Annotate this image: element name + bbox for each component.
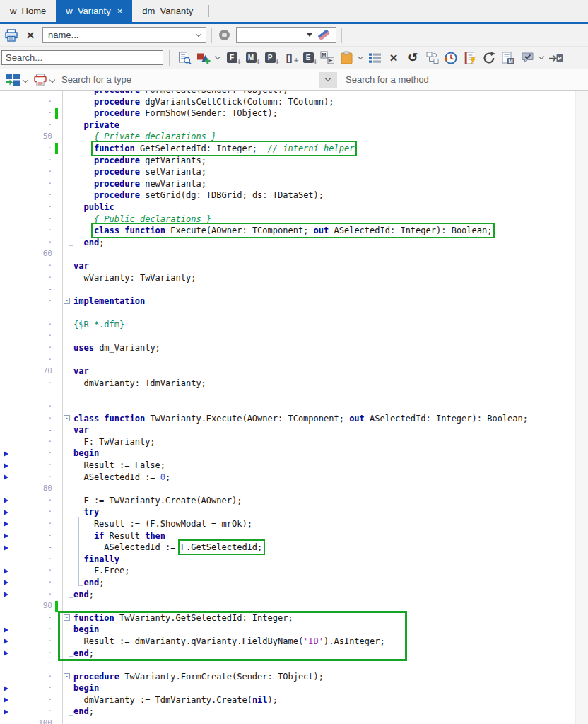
undo-icon[interactable]: ↺	[406, 50, 420, 66]
line-marker[interactable]: ·	[0, 378, 52, 390]
goto-implementation-icon[interactable]: P	[548, 50, 563, 66]
code-line-97[interactable]: ·begin	[0, 682, 588, 694]
line-marker[interactable]: ·	[0, 554, 52, 566]
code-line-55[interactable]: · procedure setGrid(dg: TDBGrid; ds: TDa…	[0, 189, 588, 202]
line-number[interactable]: 100	[0, 718, 52, 724]
code-line-85[interactable]: - ASelectedId := F.GetSelectedId;	[0, 542, 588, 554]
history-icon[interactable]	[444, 50, 458, 66]
code-line-75[interactable]: -var	[0, 424, 588, 436]
line-marker[interactable]: ·	[0, 354, 52, 366]
line-marker[interactable]: ·	[0, 90, 52, 96]
code-line-84[interactable]: · if Result then	[0, 530, 588, 542]
line-marker[interactable]: -	[0, 284, 52, 296]
code-line-70[interactable]: 70var	[0, 366, 588, 378]
code-line-77[interactable]: ·begin	[0, 448, 588, 460]
code-line-98[interactable]: · dmVarianty := TdmVarianty.Create(nil);	[0, 694, 588, 706]
line-marker[interactable]: ·	[0, 671, 52, 683]
code-line-49[interactable]: · private	[0, 119, 588, 132]
code-line-94[interactable]: ·end;	[0, 648, 588, 660]
code-line-62[interactable]: · wVarianty: TwVarianty;	[0, 272, 588, 284]
execution-point-icon[interactable]	[4, 686, 8, 691]
code-line-64[interactable]: ·-implementation	[0, 296, 588, 308]
code-line-100[interactable]: 100	[0, 718, 588, 724]
line-marker[interactable]: -	[0, 424, 52, 436]
close-x-icon[interactable]: ×	[23, 28, 37, 43]
add-field-icon[interactable]: F+	[225, 50, 239, 66]
execution-point-icon[interactable]	[4, 627, 8, 633]
line-marker[interactable]: ·	[0, 96, 52, 108]
add-method-icon[interactable]: M+	[244, 50, 258, 66]
code-line-90[interactable]: 90	[0, 600, 588, 612]
fold-marker[interactable]: -	[64, 614, 70, 621]
fold-marker[interactable]: -	[64, 415, 70, 421]
chevron-down-icon[interactable]	[49, 76, 55, 82]
line-marker[interactable]: -	[0, 389, 52, 401]
code-line-76[interactable]: · F: TwVarianty;	[0, 436, 588, 448]
fold-marker[interactable]: -	[64, 298, 70, 304]
line-marker[interactable]: ·	[0, 342, 52, 354]
line-marker[interactable]: ·	[0, 202, 52, 214]
line-number[interactable]: 80	[0, 483, 52, 495]
line-marker[interactable]: ·	[0, 413, 52, 425]
line-number[interactable]: 70	[0, 366, 52, 378]
line-marker[interactable]: ·	[0, 107, 52, 119]
search-input[interactable]: Search...	[1, 50, 163, 65]
code-line-57[interactable]: · { Public declarations }	[0, 214, 588, 226]
line-marker[interactable]: ·	[0, 166, 52, 178]
line-marker[interactable]: ·	[0, 401, 52, 413]
execution-point-icon[interactable]	[4, 510, 8, 515]
execution-point-icon[interactable]	[4, 545, 8, 551]
code-line-69[interactable]: ·	[0, 354, 588, 366]
code-line-79[interactable]: · ASelectedId := 0;	[0, 472, 588, 484]
line-marker[interactable]: ·	[0, 189, 52, 202]
tab-w_home[interactable]: w_Home	[0, 0, 56, 22]
line-number[interactable]: 60	[0, 248, 52, 260]
code-line-47[interactable]: · procedure dgVariantsCellClick(Column: …	[0, 96, 588, 108]
execution-point-icon[interactable]	[4, 568, 8, 574]
add-class-icon[interactable]	[196, 50, 211, 66]
line-marker[interactable]: ·	[0, 155, 52, 167]
code-line-89[interactable]: ·end;	[0, 589, 588, 601]
execution-point-icon[interactable]	[4, 697, 8, 703]
execution-point-icon[interactable]	[4, 474, 8, 480]
eraser-icon[interactable]	[317, 28, 331, 42]
code-line-81[interactable]: · F := TwVarianty.Create(AOwner);	[0, 495, 588, 507]
execution-point-icon[interactable]	[4, 498, 8, 503]
code-line-54[interactable]: · procedure newVarianta;	[0, 178, 588, 190]
add-property-icon[interactable]: P+	[263, 50, 277, 66]
line-marker[interactable]: ·	[0, 143, 52, 155]
code-line-83[interactable]: · Result := (F.ShowModal = mrOk);	[0, 518, 588, 530]
filter-combobox[interactable]	[236, 27, 336, 43]
chevron-down-icon[interactable]	[196, 31, 201, 37]
execution-point-icon[interactable]	[4, 463, 8, 469]
tab-dm_varianty[interactable]: dm_Varianty	[132, 0, 203, 22]
code-line-66[interactable]: ·{$R *.dfm}	[0, 319, 588, 331]
code-line-92[interactable]: ·begin	[0, 624, 588, 636]
code-line-46[interactable]: · procedure FormCreate(Sender: TObject);	[0, 90, 588, 96]
code-line-95[interactable]: -	[0, 659, 588, 671]
code-line-50[interactable]: 50 { Private declarations }	[0, 131, 588, 143]
line-marker[interactable]: ·	[0, 612, 52, 624]
print-preview-icon[interactable]	[33, 72, 47, 88]
line-number[interactable]: 90	[0, 600, 52, 612]
code-line-53[interactable]: · procedure selVarianta;	[0, 166, 588, 178]
add-event-icon[interactable]: E+	[301, 50, 315, 66]
line-marker[interactable]: ·	[0, 330, 52, 342]
target-circle-icon[interactable]	[217, 28, 231, 43]
code-line-87[interactable]: · F.Free;	[0, 565, 588, 577]
code-line-74[interactable]: ·-class function TwVarianty.Execute(AOwn…	[0, 413, 588, 425]
line-number[interactable]: 50	[0, 131, 52, 143]
code-line-73[interactable]: ·	[0, 401, 588, 413]
execution-point-icon[interactable]	[4, 650, 8, 656]
line-marker[interactable]: ·	[0, 272, 52, 284]
code-line-67[interactable]: ·	[0, 330, 588, 342]
code-line-88[interactable]: · end;	[0, 577, 588, 589]
execution-point-icon[interactable]	[4, 533, 8, 539]
line-marker[interactable]: ·	[0, 260, 52, 272]
method-dropdown-chevron[interactable]	[319, 72, 337, 88]
code-line-59[interactable]: · end;	[0, 237, 588, 249]
code-editor[interactable]: · procedure FormCreate(Sender: TObject);…	[0, 90, 588, 724]
code-line-61[interactable]: ·var	[0, 260, 588, 272]
line-marker[interactable]: ·	[0, 225, 52, 237]
paste-icon[interactable]	[339, 50, 353, 66]
